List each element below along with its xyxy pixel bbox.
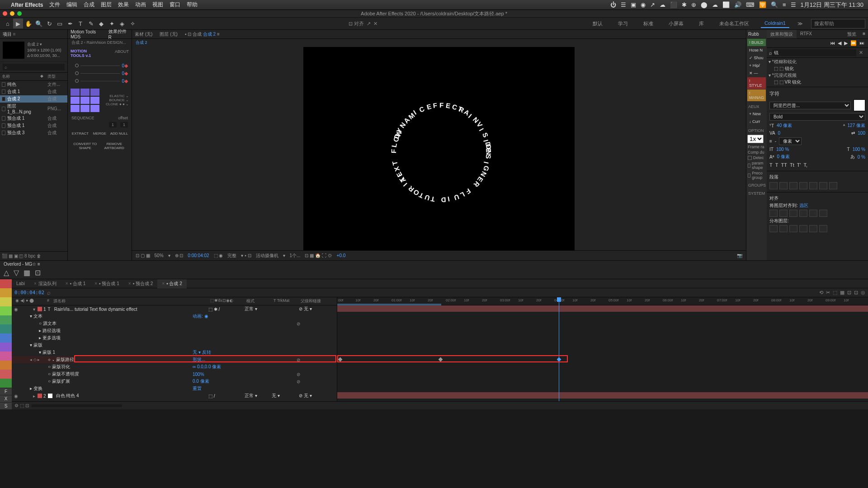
panel-tag[interactable]: ! STYLE — [747, 77, 766, 89]
property-row[interactable]: ○ 源文本⊘ — [12, 320, 337, 327]
status-icon[interactable]: 🔊 — [734, 1, 741, 8]
prev-play[interactable]: ▶ — [844, 40, 848, 46]
timeline-search[interactable] — [47, 289, 65, 296]
status-icon[interactable]: 🛜 — [759, 1, 766, 8]
camera[interactable]: 活动摄像机 — [256, 253, 278, 259]
tab-footage[interactable]: 素材 (无) — [135, 31, 152, 38]
remove-artboard-button[interactable]: REMOVE ARTBOARD — [100, 141, 129, 151]
label-color[interactable] — [0, 297, 12, 306]
tracking[interactable]: 100 — [858, 131, 865, 136]
viewer-tools[interactable]: ⊡ ▦ 🏠 ⛶ ⚙ — [305, 253, 332, 258]
orbit-tool[interactable]: ↻ — [44, 19, 54, 28]
slider-knob[interactable] — [75, 64, 79, 67]
ruler-tick[interactable]: 02:00f — [446, 298, 456, 302]
slider-knob[interactable] — [75, 71, 79, 75]
status-icon[interactable]: ⬛ — [670, 1, 677, 8]
tab-preview[interactable]: 预览 — [844, 30, 860, 38]
timeline-tab[interactable]: × 渲染队列 — [29, 279, 61, 288]
ruler-tick[interactable]: 06:00f — [663, 298, 673, 302]
status-icon[interactable]: ☰ — [791, 1, 796, 8]
tool-opt[interactable]: ↗ — [367, 21, 371, 27]
font-size[interactable]: 40 像素 — [777, 122, 792, 129]
ruler-tick[interactable]: 20f — [482, 298, 487, 302]
flowchart-breadcrumb[interactable]: 合成 2 — [132, 39, 746, 47]
property-row[interactable]: ○ 蒙版扩展0.0 像素⊘ — [12, 378, 337, 385]
ruler-tick[interactable]: 20f — [536, 298, 541, 302]
roto-tool[interactable]: ◈ — [117, 19, 127, 28]
menu-view[interactable]: 视图 — [152, 1, 163, 9]
text-style-button[interactable]: T' — [797, 162, 801, 168]
slider-knob[interactable] — [75, 79, 79, 83]
overlord-pull[interactable]: ▽ — [14, 268, 19, 277]
ruler-tick[interactable]: 08:00f — [771, 298, 781, 302]
menu-effect[interactable]: 效果 — [118, 1, 129, 9]
ruler-tick[interactable]: 10f — [735, 298, 740, 302]
weight-select[interactable]: Bold — [769, 113, 865, 121]
minimize-icon[interactable] — [10, 11, 14, 16]
workspace-learn[interactable]: 学习 — [614, 19, 632, 28]
project-item[interactable]: 纯色文件... — [0, 81, 67, 88]
viewer-timecode[interactable]: 0:00:04:02 — [188, 253, 209, 258]
ruler-tick[interactable]: 01:00f — [392, 298, 401, 302]
viewer-icons[interactable]: ⊡ ▢ ▦ — [136, 253, 150, 258]
workspace-small[interactable]: 小屏幕 — [665, 19, 687, 28]
workspace-unnamed[interactable]: 未命名工作区 — [716, 19, 753, 28]
tab-effects[interactable]: 效果和预设 — [767, 30, 797, 38]
brush-tool[interactable]: ✎ — [86, 19, 96, 28]
timeline-tab[interactable]: × ▪ 合成 2 — [157, 279, 187, 288]
tab-effectcontrols[interactable]: 效果控件 R — [108, 28, 129, 40]
close-icon[interactable] — [3, 11, 7, 16]
fill-color[interactable] — [854, 99, 865, 111]
rect-tool[interactable]: ▭ — [55, 19, 65, 28]
layer-label[interactable] — [38, 307, 42, 311]
layer-row[interactable]: ◉ ▾ 1 T RainVis... tutorial Text flow dy… — [12, 305, 337, 313]
ruler-tick[interactable]: 03:00f — [500, 298, 510, 302]
project-item[interactable]: 预合成 1合成 — [0, 115, 67, 122]
panel-tag[interactable]: ! MANAG — [747, 89, 766, 101]
timeline-tab[interactable]: × ▪ 合成 1 — [61, 279, 90, 288]
timeline-tool[interactable]: ✂ — [826, 290, 830, 296]
zoom-slider[interactable] — [32, 404, 122, 407]
timeline-tab[interactable]: × ▪ 预合成 1 — [90, 279, 124, 288]
type-tool[interactable]: T — [75, 19, 85, 28]
col-name[interactable]: 名称 — [2, 74, 40, 80]
convert-shape-button[interactable]: CONVERT TO SHAPE — [71, 141, 100, 151]
timeline-tool[interactable]: ⊡ — [854, 290, 858, 296]
effect-sharpen[interactable]: ⬚ ⬚ 锐化 — [769, 65, 866, 72]
ruler-tick[interactable]: 20f — [645, 298, 650, 302]
menu-comp[interactable]: 合成 — [84, 1, 94, 9]
panel-tag[interactable]: ✓ Shou — [747, 54, 766, 61]
ruler-tick[interactable]: 20f — [373, 298, 378, 302]
ruler-tick[interactable]: 05:00f — [609, 298, 618, 302]
ruler-tick[interactable]: 10f — [464, 298, 469, 302]
timeline-tool[interactable]: ▦ — [840, 290, 844, 296]
menu-layer[interactable]: 图层 — [101, 1, 112, 9]
tab-rtfx[interactable]: RTFX — [797, 30, 816, 38]
label-color[interactable] — [0, 306, 12, 315]
status-icon[interactable]: ⬤ — [701, 1, 708, 8]
property-row[interactable]: ▸ 更多选项 — [12, 334, 337, 342]
workspace-default[interactable]: 默认 — [589, 19, 606, 28]
ruler-tick[interactable]: 10f — [572, 298, 577, 302]
panel-tag[interactable]: ! BUILD — [747, 39, 766, 46]
col-type[interactable]: 类型 — [47, 74, 66, 80]
label-color[interactable] — [0, 315, 12, 324]
panel-tag[interactable]: + Hip/ — [747, 62, 766, 69]
prev-first[interactable]: ⏮ — [830, 40, 835, 46]
label-color[interactable] — [0, 343, 12, 352]
kerning[interactable]: 0 — [778, 131, 781, 136]
status-icon[interactable]: ⬜ — [722, 1, 730, 8]
comp-thumbnail[interactable] — [3, 42, 24, 59]
addnull-button[interactable]: ADD NULL — [109, 130, 129, 137]
prev-fwd[interactable]: ⏩ — [850, 40, 857, 46]
workspace-coldrain[interactable]: Coldrain1 — [761, 19, 789, 28]
fps-select[interactable]: 1x — [747, 135, 764, 143]
status-icon[interactable]: ☰ — [621, 1, 626, 8]
maximize-icon[interactable] — [17, 11, 22, 16]
status-icon[interactable]: ✱ — [682, 1, 687, 8]
property-row[interactable]: ▾ 文本动画: ◉ — [12, 313, 337, 320]
status-icon[interactable]: ☁ — [660, 1, 665, 8]
status-icon[interactable]: ≡ — [783, 1, 786, 8]
layer-row[interactable]: ◉ ▸ 2 白色 纯色 4 ⬚ / 正常 ▾ 无 ▾ ⊘ 无 ▾ — [12, 392, 337, 399]
layer-label[interactable] — [38, 394, 42, 398]
